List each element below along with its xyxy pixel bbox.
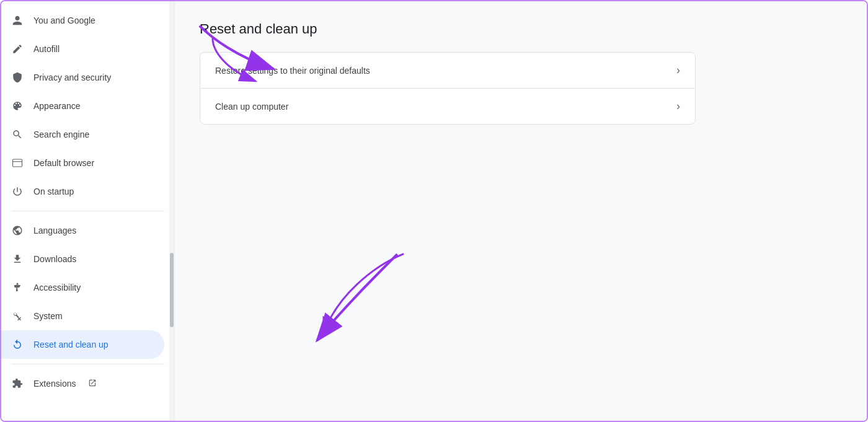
sidebar-item-downloads[interactable]: Downloads [1,245,164,273]
shield-icon [11,71,24,84]
accessibility-icon [11,281,24,294]
main-content: Reset and clean up Restore settings to t… [175,1,867,421]
scrollbar-thumb[interactable] [170,253,174,327]
search-icon [11,128,24,141]
sidebar-label-languages: Languages [33,226,76,235]
sidebar-divider-1 [11,211,164,211]
wrench-icon [11,310,24,322]
restore-settings-chevron: › [676,64,680,77]
sidebar: You and Google Autofill Privacy and secu… [1,1,175,421]
sidebar-label-privacy-security: Privacy and security [33,73,111,82]
sidebar-item-system[interactable]: System [1,302,164,330]
svg-rect-0 [13,159,22,167]
sidebar-item-accessibility[interactable]: Accessibility [1,273,164,302]
sidebar-label-accessibility: Accessibility [33,283,81,292]
svg-point-2 [17,283,19,285]
browser-icon [11,157,24,169]
puzzle-icon [11,377,24,390]
sidebar-label-extensions: Extensions [33,379,76,389]
sidebar-label-you-and-google: You and Google [33,15,95,25]
sidebar-divider-2 [11,364,164,364]
restore-settings-item[interactable]: Restore settings to their original defau… [200,53,695,89]
sidebar-item-reset-cleanup[interactable]: Reset and clean up [1,330,164,359]
sidebar-item-default-browser[interactable]: Default browser [1,149,164,177]
sidebar-item-languages[interactable]: Languages [1,216,164,245]
sidebar-item-search-engine[interactable]: Search engine [1,120,164,149]
sidebar-label-search-engine: Search engine [33,130,89,139]
external-link-icon [88,379,97,389]
restore-settings-label: Restore settings to their original defau… [215,66,370,76]
sidebar-item-extensions[interactable]: Extensions [1,369,164,398]
sidebar-item-appearance[interactable]: Appearance [1,92,164,120]
sidebar-item-privacy-security[interactable]: Privacy and security [1,63,164,92]
sidebar-label-on-startup: On startup [33,187,74,196]
sidebar-item-on-startup[interactable]: On startup [1,177,164,206]
sidebar-label-reset-cleanup: Reset and clean up [33,340,108,349]
reset-icon [11,338,24,351]
clean-up-computer-label: Clean up computer [215,102,288,112]
palette-icon [11,100,24,112]
sidebar-label-downloads: Downloads [33,254,76,264]
sidebar-item-you-and-google[interactable]: You and Google [1,6,164,35]
settings-card: Restore settings to their original defau… [200,52,696,125]
clean-up-computer-chevron: › [676,100,680,113]
download-icon [11,253,24,265]
clean-up-computer-item[interactable]: Clean up computer › [200,89,695,124]
autofill-icon [11,43,24,55]
sidebar-label-default-browser: Default browser [33,158,94,168]
power-icon [11,185,24,198]
scrollbar-track[interactable] [169,1,174,421]
person-icon [11,14,24,27]
sidebar-label-appearance: Appearance [33,101,81,111]
sidebar-label-autofill: Autofill [33,44,60,54]
sidebar-label-system: System [33,311,63,321]
page-title: Reset and clean up [200,21,842,37]
sidebar-item-autofill[interactable]: Autofill [1,35,164,63]
globe-icon [11,224,24,237]
